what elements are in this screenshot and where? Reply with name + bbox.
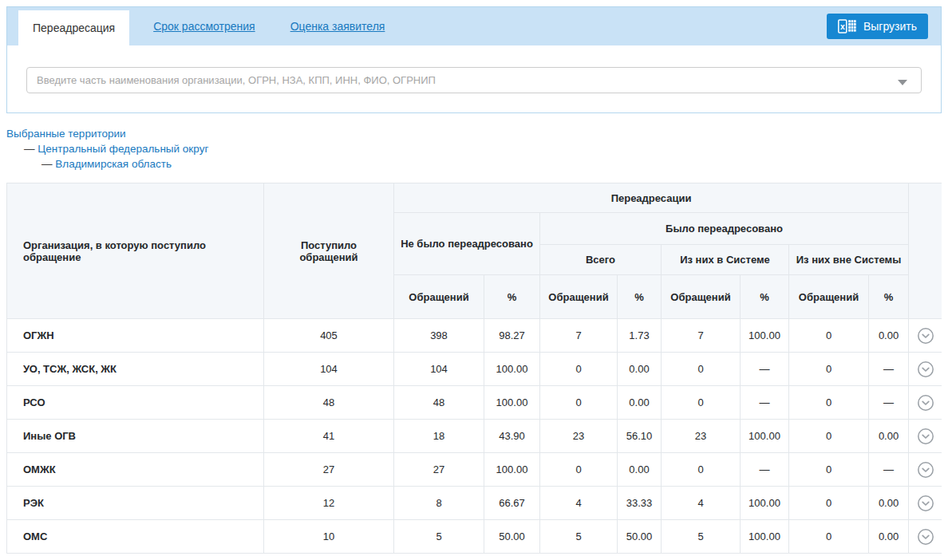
- chevron-down-icon: [917, 327, 934, 345]
- table-row: РЭК12866.67433.334100.0000.00: [7, 487, 942, 520]
- table-cell: 7: [540, 319, 618, 353]
- tab-applicant-rating[interactable]: Оценка заявителя: [290, 20, 385, 33]
- col-header-received: Поступило обращений: [264, 183, 394, 319]
- table-header: Организация, в которую поступило обращен…: [7, 183, 942, 319]
- actions-cell: [909, 353, 942, 386]
- table-cell: 5: [662, 520, 741, 554]
- expand-row-button[interactable]: [909, 428, 942, 445]
- actions-cell: [909, 487, 942, 520]
- expand-row-button[interactable]: [909, 327, 942, 345]
- table-cell: 104: [394, 353, 484, 386]
- table-cell: 100.00: [741, 520, 789, 554]
- table-cell: 398: [394, 319, 484, 353]
- svg-text:x: x: [840, 22, 845, 31]
- org-name-cell: РСО: [7, 386, 264, 420]
- table-cell: 100.00: [484, 453, 540, 487]
- table-cell: 100.00: [484, 353, 540, 386]
- col-header-total: Всего: [540, 245, 662, 275]
- table-cell: —: [869, 353, 909, 386]
- selected-territories: Выбранные территории — Центральный федер…: [6, 126, 942, 172]
- col-header-organization: Организация, в которую поступило обращен…: [7, 183, 264, 319]
- table-cell: —: [741, 353, 789, 386]
- table-cell: 0.00: [869, 319, 909, 353]
- chevron-down-icon: [917, 495, 934, 512]
- table-cell: 23: [662, 420, 741, 453]
- table-cell: 0: [789, 319, 869, 353]
- expand-row-button[interactable]: [909, 461, 942, 479]
- table-cell: 0.00: [618, 453, 662, 487]
- table-cell: 27: [394, 453, 484, 487]
- table-cell: 50.00: [618, 520, 662, 554]
- table-row: ОМС10550.00550.005100.0000.00: [7, 520, 942, 554]
- table-body: ОГЖН40539898.2771.737100.0000.00УО, ТСЖ,…: [7, 319, 942, 554]
- col-header-actions: [909, 183, 942, 319]
- table-cell: 7: [662, 319, 741, 353]
- dropdown-arrow-icon[interactable]: [898, 80, 907, 85]
- col-header-percent: %: [618, 275, 662, 319]
- col-header-requests: Обращений: [394, 275, 484, 319]
- actions-cell: [909, 319, 942, 353]
- table-cell: 56.10: [618, 420, 662, 453]
- expand-row-button[interactable]: [909, 528, 942, 546]
- table-cell: 23: [540, 420, 618, 453]
- filter-panel: Переадресация Срок рассмотрения Оценка з…: [6, 6, 942, 113]
- tab-review-period[interactable]: Срок рассмотрения: [153, 20, 255, 33]
- table-cell: 98.27: [484, 319, 540, 353]
- table-cell: 50.00: [484, 520, 540, 554]
- chevron-down-icon: [917, 428, 934, 445]
- table-cell: 0: [789, 420, 869, 453]
- table-cell: 0.00: [618, 386, 662, 420]
- table-cell: 0.00: [869, 520, 909, 554]
- table-cell: 0: [662, 453, 741, 487]
- table-cell: —: [869, 386, 909, 420]
- tab-redirection[interactable]: Переадресация: [18, 10, 129, 45]
- table-row: Иные ОГВ411843.902356.1023100.0000.00: [7, 420, 942, 453]
- table-cell: 0: [789, 520, 869, 554]
- table-cell: 0: [789, 386, 869, 420]
- export-button[interactable]: x Выгрузить: [827, 14, 928, 39]
- col-header-requests: Обращений: [540, 275, 618, 319]
- col-header-percent: %: [869, 275, 909, 319]
- col-header-requests: Обращений: [789, 275, 869, 319]
- col-header-percent: %: [484, 275, 540, 319]
- table-cell: 1.73: [618, 319, 662, 353]
- export-button-label: Выгрузить: [863, 20, 917, 33]
- org-name-cell: ОГЖН: [7, 319, 264, 353]
- expand-row-button[interactable]: [909, 394, 942, 412]
- territories-title-link[interactable]: Выбранные территории: [6, 128, 126, 140]
- territory-link-federal-district[interactable]: Центральный федеральный округ: [38, 143, 208, 155]
- table-cell: 0: [540, 453, 618, 487]
- chevron-down-icon: [917, 394, 934, 412]
- table-cell: 33.33: [618, 487, 662, 520]
- actions-cell: [909, 453, 942, 487]
- table-cell: 66.67: [484, 487, 540, 520]
- territory-link-region[interactable]: Владимирская область: [55, 158, 172, 170]
- table-cell: 104: [264, 353, 394, 386]
- territory-dash: —: [41, 158, 53, 170]
- table-cell: 12: [264, 487, 394, 520]
- search-area: [7, 45, 941, 112]
- chevron-down-icon: [917, 361, 934, 378]
- table-cell: 0: [540, 353, 618, 386]
- table-cell: 0: [789, 453, 869, 487]
- table-cell: 5: [394, 520, 484, 554]
- org-name-cell: Иные ОГВ: [7, 420, 264, 453]
- table-cell: 100.00: [741, 487, 789, 520]
- table-cell: 4: [662, 487, 741, 520]
- actions-cell: [909, 520, 942, 554]
- actions-cell: [909, 420, 942, 453]
- table-cell: 27: [264, 453, 394, 487]
- expand-row-button[interactable]: [909, 361, 942, 378]
- table-cell: 18: [394, 420, 484, 453]
- table-cell: —: [869, 453, 909, 487]
- table-row: РСО4848100.0000.000—0—: [7, 386, 942, 420]
- table-cell: 0: [662, 386, 741, 420]
- table-cell: 43.90: [484, 420, 540, 453]
- table-cell: 0.00: [869, 487, 909, 520]
- table-cell: 5: [540, 520, 618, 554]
- org-name-cell: РЭК: [7, 487, 264, 520]
- col-header-redirected: Было переадресовано: [540, 213, 909, 245]
- expand-row-button[interactable]: [909, 495, 942, 512]
- table-cell: 0: [789, 487, 869, 520]
- search-input[interactable]: [26, 67, 922, 93]
